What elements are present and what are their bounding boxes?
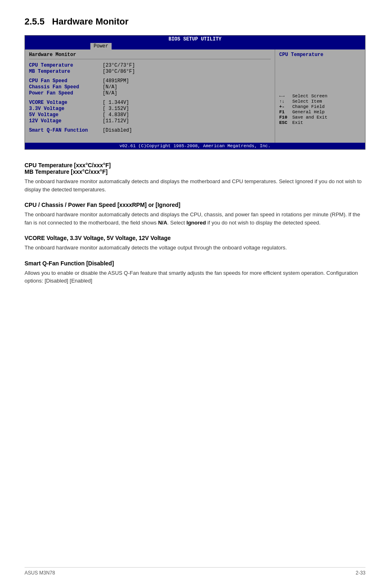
bios-qfan-row: Smart Q-FAN Function [Disabled]	[29, 128, 271, 133]
page-footer: ASUS M3N78 2-33	[25, 567, 365, 576]
v3v3-value: [ 3.152V]	[103, 106, 129, 112]
vcore-value: [ 1.344V]	[103, 100, 129, 105]
doc-section-fan-speed: CPU / Chassis / Power Fan Speed [xxxxRPM…	[25, 202, 365, 227]
v5v-value: [ 4.838V]	[103, 112, 129, 118]
chassis-fan-value: [N/A]	[103, 84, 117, 90]
cpu-fan-value: [4891RPM]	[103, 78, 129, 84]
footer-product: ASUS M3N78	[25, 570, 55, 576]
key-plusminus: +-	[279, 104, 292, 109]
bios-help-esc: ESC Exit	[279, 120, 361, 125]
bios-content: Hardware Monitor CPU Temperature [23°C/7…	[25, 49, 365, 143]
bios-section-header: Hardware Monitor	[29, 52, 271, 59]
desc-general-help: General Help	[292, 110, 325, 114]
key-esc: ESC	[279, 120, 292, 125]
bios-right-title: CPU Temperature	[279, 52, 361, 58]
v5v-label: 5V Voltage	[29, 112, 103, 118]
power-fan-label: Power Fan Speed	[29, 90, 103, 96]
bios-tab-row: Power	[25, 43, 365, 49]
desc-save-exit: Save and Exit	[292, 115, 327, 120]
power-fan-value: [N/A]	[103, 90, 117, 96]
doc-section-cpu-temp-title: CPU Temperature [xxx°C/xxx°F]MB Temperat…	[25, 162, 365, 175]
doc-section-cpu-temp-body: The onboard hardware monitor automatical…	[25, 177, 365, 193]
bios-help-f1: F1 General Help	[279, 110, 361, 114]
bios-header: BIOS SETUP UTILITY	[25, 36, 365, 43]
v12v-value: [11.712V]	[103, 118, 129, 124]
qfan-label: Smart Q-FAN Function	[29, 128, 103, 133]
cpu-fan-label: CPU Fan Speed	[29, 78, 103, 84]
doc-section-voltage-body: The onboard hardware monitor automatical…	[25, 244, 365, 252]
bios-power-fan-row: Power Fan Speed [N/A]	[29, 90, 271, 96]
doc-section-cpu-temp: CPU Temperature [xxx°C/xxx°F]MB Temperat…	[25, 162, 365, 193]
doc-section-qfan-body: Allows you to enable or disable the ASUS…	[25, 269, 365, 285]
bios-12v-row: 12V Voltage [11.712V]	[29, 118, 271, 124]
bios-footer: v02.61 (C)Copyright 1985-2008, American …	[25, 143, 365, 149]
key-f10: F10	[279, 115, 292, 120]
v3v3-label: 3.3V Voltage	[29, 106, 103, 112]
bios-3v3-row: 3.3V Voltage [ 3.152V]	[29, 106, 271, 112]
doc-section-voltage-title: VCORE Voltage, 3.3V Voltage, 5V Voltage,…	[25, 235, 365, 241]
desc-change-field: Change Field	[292, 104, 325, 109]
bios-left-panel: Hardware Monitor CPU Temperature [23°C/7…	[25, 49, 275, 143]
bios-5v-row: 5V Voltage [ 4.838V]	[29, 112, 271, 118]
footer-page-number: 2-33	[356, 570, 365, 576]
mb-temp-value: [30°C/86°F]	[103, 69, 135, 74]
bios-chassis-fan-row: Chassis Fan Speed [N/A]	[29, 84, 271, 90]
bios-help-select-screen: ←→ Select Screen	[279, 94, 361, 99]
bios-tab-power: Power	[90, 43, 112, 49]
doc-section-fan-speed-title: CPU / Chassis / Power Fan Speed [xxxxRPM…	[25, 202, 365, 208]
v12v-label: 12V Voltage	[29, 118, 103, 124]
doc-section-qfan-title: Smart Q-Fan Function [Disabled]	[25, 260, 365, 267]
mb-temp-label: MB Temperature	[29, 69, 103, 74]
doc-section-fan-speed-body: The onboard hardware monitor automatical…	[25, 211, 365, 227]
bios-screenshot: BIOS SETUP UTILITY Power Hardware Monito…	[25, 35, 365, 150]
key-updown: ↑↓	[279, 99, 292, 104]
desc-exit: Exit	[292, 120, 303, 125]
bios-vcore-row: VCORE Voltage [ 1.344V]	[29, 100, 271, 105]
vcore-label: VCORE Voltage	[29, 100, 103, 105]
bios-help-select-item: ↑↓ Select Item	[279, 99, 361, 104]
qfan-value: [Disabled]	[103, 128, 132, 133]
desc-select-screen: Select Screen	[292, 94, 327, 99]
bios-help-change-field: +- Change Field	[279, 104, 361, 109]
cpu-temp-label: CPU Temperature	[29, 63, 103, 68]
bios-mb-temp-row: MB Temperature [30°C/86°F]	[29, 69, 271, 74]
key-f1: F1	[279, 110, 292, 114]
desc-select-item: Select Item	[292, 99, 322, 104]
doc-section-voltage: VCORE Voltage, 3.3V Voltage, 5V Voltage,…	[25, 235, 365, 252]
doc-section-qfan: Smart Q-Fan Function [Disabled] Allows y…	[25, 260, 365, 285]
cpu-temp-value: [23°C/73°F]	[103, 63, 135, 68]
bios-right-panel: CPU Temperature ←→ Select Screen ↑↓ Sele…	[275, 49, 365, 143]
bios-cpu-temp-row: CPU Temperature [23°C/73°F]	[29, 63, 271, 68]
bios-cpu-fan-row: CPU Fan Speed [4891RPM]	[29, 78, 271, 84]
section-title: 2.5.5 Hardware Monitor	[25, 16, 365, 27]
chassis-fan-label: Chassis Fan Speed	[29, 84, 103, 90]
key-arrows: ←→	[279, 94, 292, 99]
bios-help-f10: F10 Save and Exit	[279, 115, 361, 120]
